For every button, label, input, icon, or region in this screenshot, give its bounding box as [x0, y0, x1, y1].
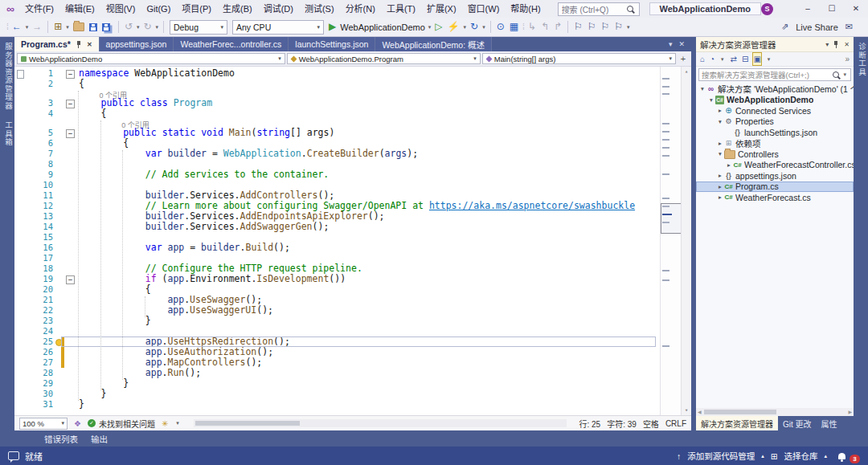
tree-item[interactable]: ▸⊕Connected Services	[696, 105, 854, 116]
menu-item[interactable]: 调试(D)	[258, 0, 299, 18]
processes-icon[interactable]: ▦	[507, 18, 521, 36]
fold-collapse-icon[interactable]: −	[66, 129, 75, 138]
toolbar-overflow-icon[interactable]: »	[845, 53, 850, 65]
fold-margin[interactable]	[64, 326, 76, 337]
fold-margin[interactable]	[64, 169, 76, 180]
menu-item[interactable]: 视图(V)	[100, 0, 141, 18]
restart-dropdown-icon[interactable]: ▾	[481, 24, 487, 31]
scroll-left-icon[interactable]: ◀	[698, 409, 702, 414]
tree-item[interactable]: ▸C#WeatherForecast.cs	[696, 192, 854, 203]
minimap-viewport[interactable]	[661, 203, 682, 234]
breakpoint-margin[interactable]	[14, 263, 24, 274]
prev-bookmark-icon[interactable]: ⚐	[585, 18, 599, 36]
codelens-health-icon[interactable]: ❖	[74, 419, 81, 428]
document-health[interactable]: ✓ 未找到相关问题	[88, 418, 155, 430]
fold-margin[interactable]	[64, 243, 76, 253]
back-dropdown-icon[interactable]: ▾	[24, 24, 31, 31]
expander-icon[interactable]: ▸	[716, 172, 724, 179]
fold-margin[interactable]	[64, 222, 76, 232]
chevron-down-icon[interactable]: ▾	[841, 71, 848, 78]
sync-with-active-document-icon[interactable]: ⇄	[731, 53, 737, 65]
code-line[interactable]: 8	[14, 159, 659, 169]
feedback-icon[interactable]: ✉	[843, 18, 855, 36]
breakpoint-margin[interactable]	[14, 274, 24, 284]
solution-platform-select[interactable]: Any CPU ▾	[232, 20, 324, 35]
breakpoint-margin[interactable]	[14, 149, 24, 159]
breakpoint-margin[interactable]	[14, 368, 24, 378]
navigate-forward-icon[interactable]: →	[30, 18, 44, 36]
panel-tab[interactable]: 属性	[817, 416, 842, 430]
code-line[interactable]: 27app.MapControllers();	[14, 357, 659, 368]
scrollbar-thumb[interactable]	[704, 410, 776, 414]
expander-icon[interactable]: ▾	[698, 85, 706, 92]
start-debugging-icon[interactable]: ▶	[326, 18, 338, 36]
fold-margin[interactable]: −	[64, 98, 76, 108]
fold-margin[interactable]	[64, 357, 76, 368]
new-dropdown-icon[interactable]: ▾	[64, 24, 71, 31]
solution-configuration-select[interactable]: Debug ▾	[170, 20, 227, 35]
undo-dropdown-icon[interactable]: ▾	[135, 24, 141, 31]
vertical-tab[interactable]: 工具箱	[0, 116, 16, 153]
lightbulb-icon[interactable]	[55, 339, 63, 346]
expander-icon[interactable]: ▸	[716, 183, 724, 190]
fold-margin[interactable]	[64, 347, 76, 357]
breakpoint-margin[interactable]	[14, 316, 24, 326]
fold-margin[interactable]	[64, 337, 76, 347]
chevron-down-icon[interactable]: ▾	[174, 420, 181, 426]
chevron-down-icon[interactable]: ▾	[719, 56, 726, 63]
menu-item[interactable]: 帮助(H)	[505, 0, 546, 18]
code-line[interactable]: 31}	[14, 399, 659, 410]
breakpoint-margin[interactable]	[14, 243, 24, 253]
redo-dropdown-icon[interactable]: ▾	[154, 24, 161, 31]
minimap-scrollbar[interactable]	[660, 67, 682, 415]
vertical-tab[interactable]: 诊断工具	[854, 37, 868, 82]
run-target-label[interactable]: WebApplicationDemo	[340, 22, 425, 32]
fold-margin[interactable]	[64, 295, 76, 305]
redo-icon[interactable]: ↻	[141, 18, 154, 36]
code-line[interactable]: 3−public class Program	[14, 98, 659, 108]
undo-icon[interactable]: ↺	[122, 18, 135, 36]
clear-bookmarks-icon[interactable]: ⚐	[612, 18, 625, 36]
fold-margin[interactable]: −	[64, 274, 76, 284]
breakpoint-margin[interactable]	[14, 253, 24, 263]
fold-collapse-icon[interactable]: −	[66, 100, 75, 108]
code-line[interactable]: 15	[14, 232, 659, 243]
code-line[interactable]: 30}	[14, 389, 659, 399]
code-line[interactable]: 10	[14, 180, 659, 190]
next-bookmark-icon[interactable]: ⚐	[599, 18, 612, 36]
step-over-icon[interactable]: ↱	[551, 18, 564, 36]
breakpoint-margin[interactable]	[14, 222, 24, 232]
breakpoint-margin[interactable]	[14, 201, 24, 211]
code-line[interactable]: 21app.UseSwagger();	[14, 295, 659, 305]
show-next-statement-icon[interactable]: ↳	[526, 18, 538, 36]
preview-selected-items-icon[interactable]: ▣	[753, 53, 760, 65]
breakpoint-margin[interactable]	[14, 378, 24, 389]
code-line[interactable]: 1−namespace WebApplicationDemo	[14, 68, 659, 79]
hot-reload-dropdown-icon[interactable]: ▾	[462, 24, 469, 31]
code-line[interactable]: 5−public static void Main(string[] args)	[14, 128, 659, 138]
menu-item[interactable]: 项目(P)	[176, 0, 217, 18]
code-line[interactable]: 22app.UseSwaggerUI();	[14, 305, 659, 316]
fold-margin[interactable]	[64, 138, 76, 149]
project-dropdown[interactable]: WebApplicationDemo ▾	[17, 53, 285, 64]
home-icon[interactable]: ⌂	[700, 53, 705, 65]
fold-margin[interactable]	[64, 316, 76, 326]
pin-icon[interactable]	[833, 41, 839, 48]
menu-item[interactable]: 编辑(E)	[59, 0, 100, 18]
code-line[interactable]: 7var builder = WebApplication.CreateBuil…	[14, 149, 659, 159]
hot-reload-icon[interactable]: ⚡	[445, 18, 462, 36]
breakpoint-margin[interactable]	[14, 180, 24, 190]
fold-margin[interactable]	[64, 190, 76, 201]
code-line[interactable]: 19−if (app.Environment.IsDevelopment())	[14, 274, 659, 284]
fold-collapse-icon[interactable]: −	[66, 70, 75, 79]
code-line[interactable]: 14builder.Services.AddSwaggerGen();	[14, 222, 659, 232]
solution-explorer-header[interactable]: 解决方案资源管理器 ▾ ✕	[696, 37, 854, 52]
type-dropdown[interactable]: WebApplicationDemo.Program ▾	[287, 53, 481, 64]
tree-item[interactable]: ▾⚙Properties	[696, 116, 854, 128]
expander-icon[interactable]: ▾	[716, 118, 724, 125]
menu-item[interactable]: 扩展(X)	[421, 0, 462, 18]
code-line[interactable]: 2{	[14, 79, 659, 89]
editor-tab[interactable]: appsettings.json	[100, 37, 174, 51]
breakpoint-margin[interactable]	[14, 326, 24, 337]
toolbar-overflow-icon[interactable]: ▾	[625, 24, 632, 31]
